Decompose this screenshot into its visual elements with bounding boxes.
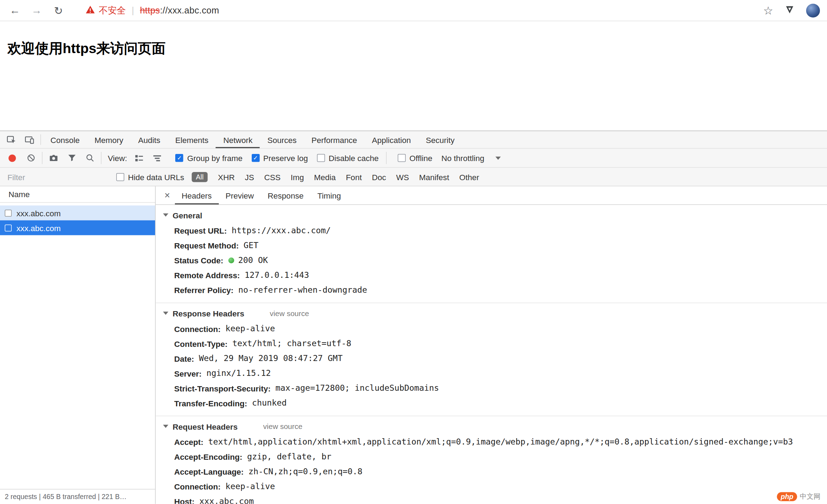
header-key: Strict-Transport-Security:: [174, 384, 271, 393]
header-key: Server:: [174, 369, 202, 378]
tab-application[interactable]: Application: [365, 131, 418, 148]
disclosure-triangle-icon[interactable]: [163, 213, 169, 217]
overview-icon[interactable]: [148, 153, 166, 163]
header-entry: Host: xxx.abc.com: [156, 494, 827, 504]
filter-input[interactable]: [7, 172, 116, 182]
watermark-text: 中文网: [800, 492, 821, 501]
filter-type-all[interactable]: All: [192, 172, 208, 182]
header-key: Host:: [174, 497, 194, 504]
security-chip[interactable]: 不安全: [86, 4, 126, 17]
section-header[interactable]: Request Headers view source: [156, 418, 827, 434]
toolbar-right: ☆: [763, 4, 820, 17]
reload-icon[interactable]: ↻: [51, 4, 66, 17]
disclosure-triangle-icon[interactable]: [163, 312, 169, 315]
tab-audits[interactable]: Audits: [131, 131, 168, 148]
tab-elements[interactable]: Elements: [168, 131, 216, 148]
header-entry: Remote Address: 127.0.0.1:443: [156, 268, 827, 282]
page-content: 欢迎使用https来访问页面: [0, 21, 827, 131]
tab-preview[interactable]: Preview: [219, 187, 261, 205]
header-entry: Request Method: GET: [156, 238, 827, 253]
section-title: Response Headers: [173, 309, 245, 318]
filter-type-img[interactable]: Img: [291, 172, 304, 182]
view-source-link[interactable]: view source: [270, 309, 309, 317]
request-row[interactable]: xxx.abc.com: [0, 206, 155, 220]
tab-console[interactable]: Console: [43, 131, 87, 148]
hide-data-urls-checkbox[interactable]: [116, 173, 125, 181]
extension-icon[interactable]: [785, 5, 794, 16]
tab-security[interactable]: Security: [418, 131, 462, 148]
filter-type-js[interactable]: JS: [245, 172, 254, 182]
back-icon[interactable]: ←: [7, 4, 22, 17]
record-icon[interactable]: [8, 154, 16, 162]
device-toolbar-icon[interactable]: [20, 131, 38, 148]
offline-checkbox[interactable]: [398, 154, 406, 162]
header-key: Accept-Encoding:: [174, 452, 243, 461]
tab-performance[interactable]: Performance: [304, 131, 365, 148]
name-column-header[interactable]: Name: [0, 187, 155, 203]
offline-toggle[interactable]: Offline: [398, 154, 433, 163]
header-key: Referrer Policy:: [174, 285, 234, 294]
header-value: chunked: [252, 398, 287, 408]
forward-icon[interactable]: →: [29, 4, 44, 17]
filter-type-media[interactable]: Media: [314, 172, 336, 182]
devtools-panel: Console Memory Audits Elements Network S…: [0, 131, 827, 504]
header-key: Remote Address:: [174, 270, 240, 280]
tab-network[interactable]: Network: [216, 131, 260, 148]
url-text[interactable]: https://xxx.abc.com: [140, 5, 219, 16]
filter-type-font[interactable]: Font: [346, 172, 362, 182]
filter-type-css[interactable]: CSS: [264, 172, 280, 182]
headers-pane: General Request URL: https://xxx.abc.com…: [156, 205, 827, 504]
tab-memory[interactable]: Memory: [87, 131, 131, 148]
header-key: Status Code:: [174, 256, 223, 265]
screenshot-camera-icon[interactable]: [45, 153, 63, 163]
header-value: keep-alive: [226, 324, 275, 333]
chevron-down-icon: [496, 156, 501, 160]
filter-type-other[interactable]: Other: [459, 172, 479, 182]
bookmark-star-icon[interactable]: ☆: [763, 5, 773, 16]
header-value: zh-CN,zh;q=0.9,en;q=0.8: [249, 467, 363, 476]
filter-type-manifest[interactable]: Manifest: [419, 172, 449, 182]
close-icon[interactable]: ×: [160, 187, 175, 205]
url-rest: ://xxx.abc.com: [160, 5, 219, 15]
hide-data-urls-toggle[interactable]: Hide data URLs: [116, 172, 184, 182]
filter-type-doc[interactable]: Doc: [372, 172, 386, 182]
browser-window: ← → ↻ 不安全 | https://xxx.abc.com ☆ 欢迎使用ht…: [0, 0, 827, 504]
filter-type-ws[interactable]: WS: [396, 172, 409, 182]
search-icon[interactable]: [81, 154, 99, 163]
filter-type-xhr[interactable]: XHR: [218, 172, 235, 182]
disclosure-triangle-icon[interactable]: [163, 425, 169, 428]
preserve-log-checkbox[interactable]: ✓: [251, 154, 259, 162]
view-source-link[interactable]: view source: [263, 422, 302, 431]
profile-avatar[interactable]: [806, 4, 820, 17]
site-watermark: php 中文网: [777, 492, 821, 501]
group-by-frame-toggle[interactable]: ✓ Group by frame: [176, 154, 243, 163]
group-by-frame-label: Group by frame: [187, 154, 243, 163]
url-scheme: https: [140, 5, 160, 15]
clear-icon[interactable]: [22, 154, 40, 163]
preserve-log-toggle[interactable]: ✓ Preserve log: [251, 154, 308, 163]
tab-headers[interactable]: Headers: [175, 187, 219, 205]
disable-cache-toggle[interactable]: Disable cache: [317, 154, 378, 163]
throttling-dropdown[interactable]: No throttling: [441, 154, 501, 163]
section-title: Request Headers: [173, 422, 238, 431]
request-list-panel: Name xxx.abc.com xxx.abc.com 2 requests …: [0, 187, 156, 504]
header-value: gzip, deflate, br: [247, 452, 331, 462]
section-header[interactable]: General: [156, 207, 827, 223]
request-row-selected[interactable]: xxx.abc.com: [0, 220, 155, 235]
filter-funnel-icon[interactable]: [63, 154, 81, 163]
large-rows-icon[interactable]: [130, 153, 148, 163]
group-by-frame-checkbox[interactable]: ✓: [176, 154, 184, 162]
divider: [40, 134, 41, 145]
tab-sources[interactable]: Sources: [260, 131, 304, 148]
tab-response[interactable]: Response: [261, 187, 310, 205]
header-entry: Connection: keep-alive: [156, 479, 827, 494]
inspect-element-icon[interactable]: [2, 131, 20, 148]
header-value: 127.0.0.1:443: [245, 270, 309, 280]
header-entry: Request URL: https://xxx.abc.com/: [156, 223, 827, 238]
tab-timing[interactable]: Timing: [310, 187, 348, 205]
section-header[interactable]: Response Headers view source: [156, 305, 827, 321]
section-general: General Request URL: https://xxx.abc.com…: [156, 205, 827, 303]
header-key: Transfer-Encoding:: [174, 399, 247, 408]
browser-toolbar: ← → ↻ 不安全 | https://xxx.abc.com ☆: [0, 0, 827, 21]
disable-cache-checkbox[interactable]: [317, 154, 325, 162]
